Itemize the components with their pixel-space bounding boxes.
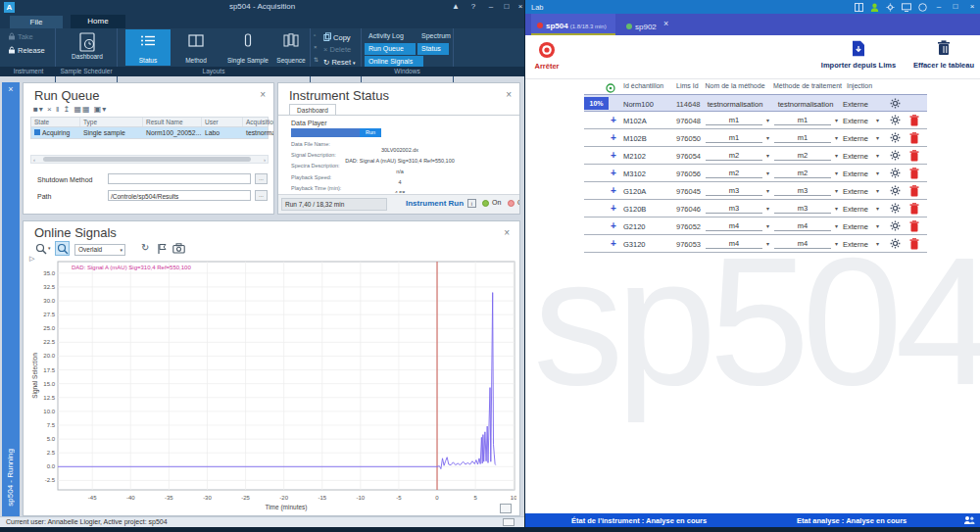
sample-row[interactable]: +M102A976048m1▾m1▾Externe▾ [584,112,927,129]
tab-close-icon[interactable]: × [663,19,668,28]
window-run-queue-button[interactable]: Run Queue [365,43,416,55]
sample-row[interactable]: 10%Norm100114648testnormalisationtestnor… [584,94,927,112]
mini-toolbar-icon[interactable]: ⇅ [314,56,318,63]
close-button[interactable]: × [514,2,524,11]
chart-export-icon[interactable] [500,504,512,513]
row-settings-button[interactable] [890,168,901,178]
delete-button[interactable]: × Delete [323,45,351,54]
clear-table-trash-icon[interactable] [937,40,951,56]
layout-status-button[interactable]: Status [125,29,171,66]
method-dropdown[interactable]: m3 [706,186,762,196]
expand-row-button[interactable]: + [608,185,619,196]
injection-dropdown[interactable]: Externe [843,205,868,214]
treatment-dropdown[interactable]: m3 [774,186,831,196]
maximize-button[interactable]: □ [951,2,960,12]
instrument-side-tab[interactable]: × sp504 - Running [2,82,20,516]
method-dropdown[interactable]: m1 [706,133,762,143]
sample-row[interactable]: +M102B976050m1▾m1▾Externe▾ [584,129,927,147]
run-queue-col-header[interactable]: User [202,118,243,126]
instrument-status-close-icon[interactable]: × [506,89,512,100]
chevron-down-icon[interactable]: ▾ [766,205,769,212]
info-button[interactable]: i [467,199,476,208]
delete-row-button[interactable] [909,150,919,162]
chevron-down-icon[interactable]: ▾ [766,169,769,176]
maximize-button[interactable]: □ [500,2,514,11]
close-button[interactable]: × [967,2,977,12]
sample-row[interactable]: +G2120976052m4▾m4▾Externe▾ [584,218,927,235]
minimize-button[interactable]: – [484,2,498,11]
sample-row[interactable]: +M3102976056m2▾m2▾Externe▾ [584,165,927,182]
chevron-down-icon[interactable]: ▾ [835,134,838,141]
delete-row-button[interactable] [909,220,919,232]
path-input[interactable]: /Controle/sp504/Results [108,190,251,201]
user-icon[interactable] [870,3,879,12]
zoom-icon[interactable] [35,243,47,255]
sample-row[interactable]: +M2102976054m2▾m2▾Externe▾ [584,147,927,165]
expand-row-button[interactable]: + [608,238,619,249]
treatment-dropdown[interactable]: m1 [774,116,831,125]
method-dropdown[interactable]: m4 [706,239,762,249]
injection-dropdown[interactable]: Externe [843,117,868,125]
tab-sp504[interactable]: sp504(1.8/18.3 min) [531,14,615,35]
path-browse-button[interactable]: ... [255,190,268,201]
info-circle-icon[interactable] [918,3,927,12]
window-activity-log-button[interactable]: Activity Log [365,30,416,42]
shutdown-method-input[interactable] [108,173,251,184]
chevron-down-icon[interactable]: ▾ [766,240,769,247]
expand-row-button[interactable]: + [608,203,619,214]
delete-row-button[interactable] [909,238,919,250]
delete-row-button[interactable] [909,132,919,144]
method-dropdown[interactable]: m2 [706,151,762,161]
ribbon-collapse-icon[interactable]: ▲ [449,2,463,11]
minimize-button[interactable]: – [934,2,944,12]
chevron-down-icon[interactable]: ▾ [876,169,879,176]
stop-icon[interactable] [538,41,556,59]
treatment-dropdown[interactable]: m4 [774,239,831,249]
injection-dropdown[interactable]: Externe [843,169,868,178]
shutdown-browse-button[interactable]: ... [255,173,268,184]
camera-icon[interactable] [172,243,185,254]
refresh-icon[interactable]: ↻ [141,242,149,253]
injection-dropdown[interactable]: Externe [843,222,868,231]
delete-row-button[interactable] [909,203,919,215]
side-tab-close-icon[interactable]: × [2,84,20,94]
delete-row-button[interactable] [909,185,919,197]
chevron-down-icon[interactable]: ▾ [835,169,838,176]
method-dropdown[interactable]: m1 [706,116,762,125]
import-lims-button[interactable]: Importer depuis Lims [819,61,898,70]
reset-button[interactable]: ↻ Reset ▾ [323,58,356,67]
chart-svg[interactable]: 35.032.530.027.525.022.520.017.515.012.5… [30,261,516,513]
chevron-down-icon[interactable]: ▾ [876,222,879,229]
overlay-mode-select[interactable]: Overlaid ▾ [74,244,125,256]
online-signals-close-icon[interactable]: × [504,227,510,238]
method-dropdown[interactable]: m3 [706,204,762,214]
chevron-down-icon[interactable]: ▾ [876,117,879,123]
scroll-right-icon[interactable]: › [264,157,266,163]
gear-icon[interactable] [886,3,895,12]
clear-table-button[interactable]: Effacer le tableau [909,61,978,70]
chevron-down-icon[interactable]: ▾ [835,187,838,194]
run-queue-toolbar[interactable]: ■▾ × ‖ ↥ ▦▦ ▣▾ [33,105,107,114]
chevron-down-icon[interactable]: ▾ [876,152,879,159]
window-spectrum-button[interactable]: Spectrum [417,30,457,42]
injection-dropdown[interactable]: Externe [843,187,868,196]
chevron-down-icon[interactable]: ▾ [766,117,769,123]
delete-row-button[interactable] [909,168,919,179]
expand-row-button[interactable]: + [608,115,619,125]
treatment-dropdown[interactable]: m2 [774,169,831,178]
delete-row-button[interactable] [909,115,919,126]
stop-button[interactable]: Arrêter [527,62,566,71]
run-queue-col-header[interactable]: State [31,118,80,126]
expand-row-button[interactable]: + [608,132,619,143]
row-settings-button[interactable] [890,150,901,161]
layout-grid-icon[interactable] [855,3,863,12]
treatment-dropdown[interactable]: m3 [774,204,831,214]
row-settings-button[interactable] [890,132,901,143]
chevron-down-icon[interactable]: ▾ [766,222,769,229]
horizontal-scrollbar[interactable]: ‹ › [30,155,269,164]
row-settings-button[interactable] [890,220,901,231]
scroll-left-icon[interactable]: ‹ [33,157,35,163]
method-dropdown[interactable]: m2 [706,169,762,178]
chevron-down-icon[interactable]: ▾ [876,187,879,194]
chevron-down-icon[interactable]: ▾ [48,245,51,251]
